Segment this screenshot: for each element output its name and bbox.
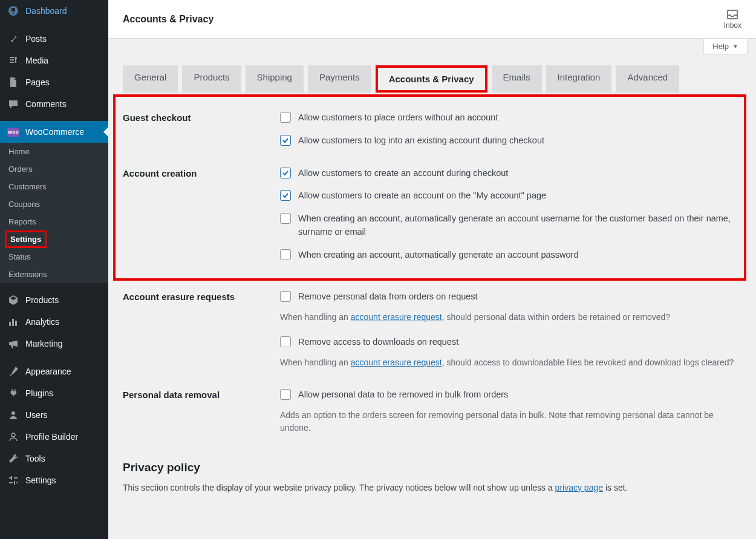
submenu-item-home[interactable]: Home — [0, 143, 108, 160]
sidebar-item-label: Appearance — [25, 367, 71, 376]
checkbox-label: Remove access to downloads on request — [298, 336, 458, 349]
privacy-policy-desc: This section controls the display of you… — [123, 483, 741, 492]
topbar: Accounts & Privacy Inbox — [108, 0, 756, 39]
sidebar-item-label: Comments — [25, 99, 67, 109]
comment-icon — [7, 98, 19, 110]
highlighted-section: Guest checkout Allow customers to place … — [113, 94, 746, 281]
submenu-item-orders[interactable]: Orders — [0, 160, 108, 178]
sidebar-item-settings[interactable]: Settings — [0, 469, 108, 491]
submenu-item-coupons[interactable]: Coupons — [0, 195, 108, 213]
tab-payments[interactable]: Payments — [308, 65, 371, 93]
create-account-myaccount-checkbox[interactable] — [280, 190, 291, 201]
box-icon — [7, 294, 19, 306]
page-icon — [7, 76, 19, 88]
sidebar-item-label: Plugins — [25, 388, 53, 398]
erasure-desc-2: When handling an account erasure request… — [280, 356, 741, 369]
sidebar-item-label: Dashboard — [25, 6, 67, 16]
submenu-item-status[interactable]: Status — [0, 248, 108, 266]
generate-password-checkbox[interactable] — [280, 249, 291, 260]
checkbox-label: When creating an account, automatically … — [298, 212, 737, 239]
tab-shipping[interactable]: Shipping — [246, 65, 304, 93]
tab-emails[interactable]: Emails — [492, 65, 542, 93]
login-checkout-checkbox[interactable] — [280, 135, 291, 146]
submenu-item-customers[interactable]: Customers — [0, 178, 108, 195]
settings-content: General Products Shipping Payments Accou… — [108, 39, 756, 505]
sidebar-item-woocommerce[interactable]: woo WooCommerce — [0, 121, 108, 143]
privacy-policy-heading: Privacy policy — [123, 461, 741, 474]
wrench-icon — [7, 452, 19, 465]
create-account-checkout-checkbox[interactable] — [280, 168, 291, 178]
sidebar-item-dashboard[interactable]: Dashboard — [0, 0, 108, 22]
account-creation-label: Account creation — [123, 167, 280, 178]
remove-order-data-checkbox[interactable] — [280, 291, 291, 302]
profile-icon — [7, 431, 19, 443]
account-creation-row: Account creation Allow customers to crea… — [123, 157, 737, 272]
sidebar-item-label: Posts — [25, 34, 47, 44]
generate-username-checkbox[interactable] — [280, 213, 291, 224]
pin-icon — [7, 33, 19, 45]
personal-data-removal-label: Personal data removal — [123, 388, 280, 400]
chevron-down-icon: ▼ — [732, 43, 738, 50]
submenu-item-settings[interactable]: Settings — [5, 230, 47, 248]
woocommerce-submenu: Home Orders Customers Coupons Reports Se… — [0, 143, 108, 283]
tab-products[interactable]: Products — [182, 65, 241, 93]
tab-general[interactable]: General — [123, 65, 178, 93]
tab-integration[interactable]: Integration — [546, 65, 612, 93]
sidebar-item-label: Products — [25, 295, 59, 305]
inbox-button[interactable]: Inbox — [724, 9, 741, 30]
sidebar-item-label: Marketing — [25, 339, 62, 348]
woocommerce-icon: woo — [7, 126, 19, 138]
guest-checkout-row: Guest checkout Allow customers to place … — [123, 102, 737, 157]
checkbox-label: Allow customers to create an account dur… — [298, 167, 508, 180]
main-content: Accounts & Privacy Inbox Help ▼ General … — [108, 0, 756, 539]
svg-point-2 — [11, 433, 15, 437]
help-label: Help — [712, 42, 729, 51]
brush-icon — [7, 365, 19, 377]
submenu-item-extensions[interactable]: Extensions — [0, 266, 108, 283]
sidebar-item-marketing[interactable]: Marketing — [0, 333, 108, 354]
erasure-request-link[interactable]: account erasure request — [351, 312, 442, 322]
tab-accounts-privacy[interactable]: Accounts & Privacy — [376, 65, 487, 93]
checkbox-label: Remove personal data from orders on requ… — [298, 290, 478, 304]
sidebar-item-posts[interactable]: Posts — [0, 28, 108, 50]
user-icon — [7, 409, 19, 421]
erasure-requests-label: Account erasure requests — [123, 290, 280, 302]
checkbox-label: Allow personal data to be removed in bul… — [298, 388, 508, 402]
media-icon — [7, 54, 19, 67]
tab-advanced[interactable]: Advanced — [616, 65, 679, 93]
sidebar-item-users[interactable]: Users — [0, 404, 108, 426]
removal-desc: Adds an option to the orders screen for … — [280, 409, 741, 434]
sidebar-item-appearance[interactable]: Appearance — [0, 361, 108, 382]
checkbox-label: Allow customers to log into an existing … — [298, 134, 544, 148]
erasure-requests-row: Account erasure requests Remove personal… — [123, 281, 741, 379]
help-tab[interactable]: Help ▼ — [703, 39, 748, 54]
svg-rect-3 — [728, 10, 737, 19]
sidebar-item-profile-builder[interactable]: Profile Builder — [0, 426, 108, 448]
svg-point-1 — [11, 411, 15, 415]
sidebar-item-plugins[interactable]: Plugins — [0, 382, 108, 404]
sidebar-item-analytics[interactable]: Analytics — [0, 311, 108, 333]
sidebar-item-tools[interactable]: Tools — [0, 448, 108, 469]
sidebar-item-label: Analytics — [25, 317, 59, 327]
settings-tabs: General Products Shipping Payments Accou… — [123, 65, 741, 93]
remove-downloads-checkbox[interactable] — [280, 336, 291, 347]
guest-orders-checkbox[interactable] — [280, 112, 291, 123]
sidebar-item-label: Users — [25, 410, 48, 420]
inbox-icon — [726, 9, 738, 20]
sidebar-item-label: Tools — [25, 454, 45, 463]
privacy-page-link[interactable]: privacy page — [555, 483, 603, 492]
submenu-item-reports[interactable]: Reports — [0, 213, 108, 230]
erasure-desc-1: When handling an account erasure request… — [280, 311, 741, 324]
sidebar-item-products[interactable]: Products — [0, 289, 108, 311]
erasure-request-link[interactable]: account erasure request — [351, 358, 442, 367]
sidebar-item-pages[interactable]: Pages — [0, 71, 108, 93]
megaphone-icon — [7, 338, 19, 350]
sidebar-item-comments[interactable]: Comments — [0, 93, 108, 115]
bulk-remove-checkbox[interactable] — [280, 389, 291, 400]
sidebar-item-media[interactable]: Media — [0, 50, 108, 71]
checkbox-label: Allow customers to place orders without … — [298, 111, 498, 125]
dashboard-icon — [7, 5, 19, 17]
sidebar-item-label: Media — [25, 56, 48, 65]
personal-data-removal-row: Personal data removal Allow personal dat… — [123, 379, 741, 444]
guest-checkout-label: Guest checkout — [123, 111, 280, 123]
